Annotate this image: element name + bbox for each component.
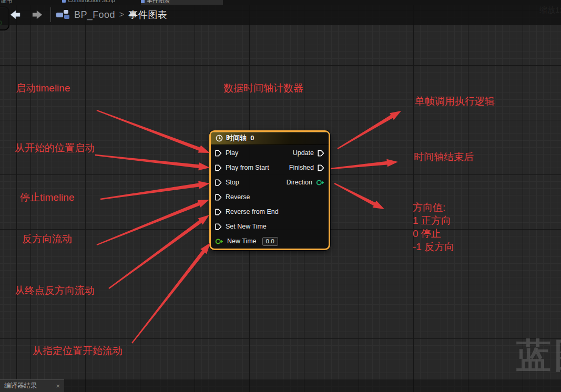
forward-arrow-icon — [31, 9, 44, 20]
back-arrow-icon — [9, 9, 22, 20]
pin-row: Play from StartFinished — [211, 160, 329, 175]
pin-row: StopDirection — [211, 175, 329, 190]
annotation-arrow — [108, 215, 209, 289]
annotation-arrow — [97, 110, 210, 153]
graph-toolbar: BP_Food > 事件图表 — [0, 5, 561, 25]
annotation-arrow — [100, 181, 210, 200]
float-pin-icon[interactable] — [316, 179, 324, 186]
input-pin-play-from-start[interactable]: Play from Start — [215, 160, 269, 175]
tab-left-sliver[interactable]: 细节 — [1, 0, 33, 5]
output-pin-update[interactable]: Update — [293, 146, 324, 160]
annotation-arrow — [95, 154, 210, 170]
timeline-node-title: 时间轴_0 — [226, 133, 254, 143]
exec-pin-icon[interactable] — [318, 164, 324, 171]
bottom-panel-strip: 编译器结果 × — [0, 379, 561, 392]
annotation-arrow — [97, 200, 209, 245]
annotation-arrow — [334, 183, 384, 209]
exec-pin-icon[interactable] — [318, 150, 324, 157]
close-icon[interactable]: × — [56, 382, 60, 390]
tab-left-label: 细节 — [1, 0, 33, 5]
pin-label: Stop — [226, 179, 239, 186]
tab-event-graph-label: 事件图表 — [147, 0, 170, 4]
annotation-label[interactable]: 从指定位置开始流动 — [33, 344, 123, 357]
blueprint-editor: 细节 Construction Scrip 事件图表 BP_Food > 事件图… — [0, 0, 561, 392]
pin-row: Set New Time — [211, 219, 329, 234]
pin-row: Reverse — [211, 190, 329, 204]
annotation-arrow — [337, 111, 401, 149]
annotation-label[interactable]: 时间轴结束后 — [414, 150, 474, 163]
tab-construction-script-label: Construction Scrip — [68, 0, 115, 3]
annotation-label[interactable]: 反方向流动 — [22, 232, 72, 245]
timeline-node-body: PlayUpdatePlay from StartFinishedStopDir… — [211, 145, 329, 249]
breadcrumb-separator: > — [119, 10, 124, 19]
exec-pin-icon[interactable] — [215, 164, 222, 171]
output-pin-finished[interactable]: Finished — [289, 160, 324, 175]
pin-label: Reverse — [226, 193, 250, 201]
breadcrumb-current[interactable]: 事件图表 — [128, 8, 167, 21]
input-pin-new-time[interactable]: New Time0.0 — [215, 234, 278, 249]
input-pin-stop[interactable]: Stop — [215, 175, 239, 190]
annotation-label[interactable]: 停止timeline — [20, 191, 74, 204]
annotation-label[interactable]: 方向值: 1 正方向 0 停止 -1 反方向 — [413, 201, 454, 253]
pin-label: Reverse from End — [226, 208, 279, 215]
exec-pin-icon[interactable] — [215, 194, 222, 201]
annotation-label[interactable]: 从终点反方向流动 — [15, 284, 95, 297]
forward-button[interactable] — [30, 9, 44, 20]
pin-label: Set New Time — [226, 223, 267, 230]
breadcrumb-root[interactable]: BP_Food — [74, 9, 115, 20]
pin-label: Update — [293, 149, 314, 157]
pin-row: Reverse from End — [211, 204, 329, 219]
compiler-results-tab[interactable]: 编译器结果 × — [0, 379, 64, 392]
pin-row: PlayUpdate — [211, 146, 329, 160]
blueprint-function-icon — [62, 0, 66, 3]
annotation-label[interactable]: 启动timeline — [16, 81, 70, 95]
annotation-label[interactable]: 单帧调用执行逻辑 — [415, 95, 495, 108]
annotation-label[interactable]: 从开始的位置启动 — [15, 141, 95, 154]
exec-pin-icon[interactable] — [215, 223, 222, 230]
pin-label: Finished — [289, 164, 314, 171]
pin-label: Play — [226, 149, 238, 157]
pin-label: New Time — [227, 238, 257, 245]
input-pin-reverse[interactable]: Reverse — [215, 190, 250, 204]
toolbar-separator — [50, 7, 51, 22]
input-pin-set-new-time[interactable]: Set New Time — [215, 219, 267, 234]
tab-event-graph[interactable]: 事件图表 — [141, 0, 223, 5]
annotation-arrow — [331, 159, 398, 170]
output-pin-direction[interactable]: Direction — [287, 175, 324, 190]
pin-row: New Time0.0 — [211, 234, 329, 249]
exec-pin-icon[interactable] — [215, 209, 222, 215]
clock-icon — [216, 135, 223, 142]
new-time-value-input[interactable]: 0.0 — [262, 237, 278, 246]
annotation-label[interactable]: 数据时间轴计数器 — [223, 81, 303, 95]
pin-label: Direction — [287, 179, 312, 186]
back-button[interactable] — [8, 9, 22, 20]
input-pin-reverse-from-end[interactable]: Reverse from End — [215, 204, 279, 219]
exec-pin-icon[interactable] — [215, 150, 222, 157]
annotation-arrow — [131, 243, 210, 344]
timeline-node[interactable]: 时间轴_0 PlayUpdatePlay from StartFinishedS… — [209, 130, 330, 250]
compiler-results-label: 编译器结果 — [4, 381, 56, 390]
tab-construction-script[interactable]: Construction Scrip — [62, 0, 138, 5]
input-pin-play[interactable]: Play — [215, 146, 238, 160]
blueprint-watermark: 蓝图 — [516, 332, 561, 379]
document-tab-bar: 细节 Construction Scrip 事件图表 — [0, 0, 561, 5]
float-pin-icon[interactable] — [215, 238, 223, 245]
pin-label: Play from Start — [226, 164, 269, 171]
blueprint-icon — [56, 9, 70, 20]
timeline-node-header[interactable]: 时间轴_0 — [211, 132, 329, 145]
graph-icon — [141, 0, 145, 3]
exec-pin-icon[interactable] — [215, 179, 222, 186]
